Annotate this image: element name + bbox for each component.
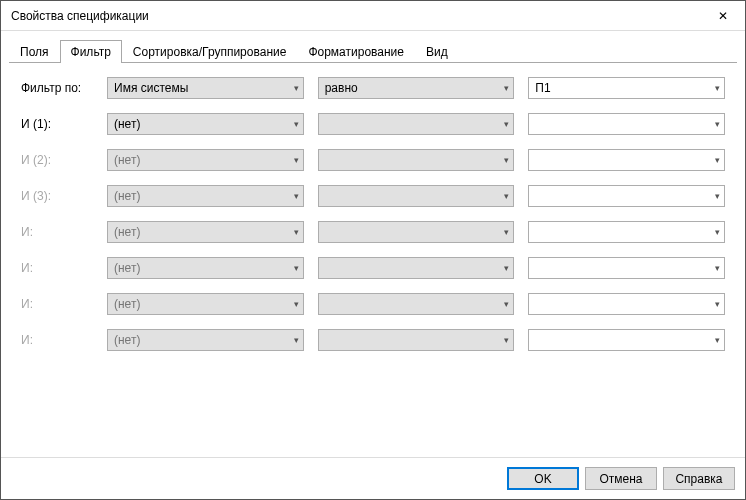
close-icon: ✕ bbox=[718, 9, 728, 23]
dialog-footer: OK Отмена Справка bbox=[1, 457, 745, 499]
chevron-down-icon: ▾ bbox=[504, 335, 509, 345]
filter-row: И:(нет)▾▾▾ bbox=[21, 221, 725, 243]
filter-main-field-value: Имя системы bbox=[114, 81, 188, 95]
filter-row-value-combo: ▾ bbox=[528, 185, 725, 207]
filter-main-label: Фильтр по: bbox=[21, 81, 93, 95]
chevron-down-icon: ▾ bbox=[504, 263, 509, 273]
filter-row-label: И: bbox=[21, 297, 93, 311]
filter-row-field-value: (нет) bbox=[114, 117, 140, 131]
cancel-button[interactable]: Отмена bbox=[585, 467, 657, 490]
chevron-down-icon: ▾ bbox=[504, 191, 509, 201]
filter-main-operator-combo[interactable]: равно ▾ bbox=[318, 77, 515, 99]
ok-button[interactable]: OK bbox=[507, 467, 579, 490]
filter-row-field-combo: (нет)▾ bbox=[107, 257, 304, 279]
filter-row-operator-combo: ▾ bbox=[318, 221, 515, 243]
filter-row-field-value: (нет) bbox=[114, 225, 140, 239]
filter-row-value-combo[interactable]: ▾ bbox=[528, 113, 725, 135]
chevron-down-icon: ▾ bbox=[504, 83, 509, 93]
filter-row-field-combo: (нет)▾ bbox=[107, 149, 304, 171]
chevron-down-icon: ▾ bbox=[715, 119, 720, 129]
chevron-down-icon: ▾ bbox=[715, 299, 720, 309]
filter-row-operator-combo: ▾ bbox=[318, 329, 515, 351]
chevron-down-icon: ▾ bbox=[294, 263, 299, 273]
filter-main-value-text: П1 bbox=[535, 81, 550, 95]
titlebar: Свойства спецификации ✕ bbox=[1, 1, 745, 31]
chevron-down-icon: ▾ bbox=[715, 191, 720, 201]
filter-row-value-combo: ▾ bbox=[528, 257, 725, 279]
filter-main-operator-value: равно bbox=[325, 81, 358, 95]
filter-row-operator-combo: ▾ bbox=[318, 113, 515, 135]
tab-bar: Поля Фильтр Сортировка/Группирование Фор… bbox=[1, 31, 745, 62]
filter-row-label: И (3): bbox=[21, 189, 93, 203]
tab-filter[interactable]: Фильтр bbox=[60, 40, 122, 63]
filter-row-field-value: (нет) bbox=[114, 189, 140, 203]
filter-row-field-combo: (нет)▾ bbox=[107, 329, 304, 351]
filter-row-value-combo: ▾ bbox=[528, 221, 725, 243]
chevron-down-icon: ▾ bbox=[715, 227, 720, 237]
filter-row-field-combo: (нет)▾ bbox=[107, 221, 304, 243]
chevron-down-icon: ▾ bbox=[294, 83, 299, 93]
filter-row-field-value: (нет) bbox=[114, 261, 140, 275]
chevron-down-icon: ▾ bbox=[294, 227, 299, 237]
filter-row-label: И: bbox=[21, 225, 93, 239]
ok-button-label: OK bbox=[534, 472, 551, 486]
filter-row: И (1):(нет)▾▾▾ bbox=[21, 113, 725, 135]
filter-row-label: И (1): bbox=[21, 117, 93, 131]
chevron-down-icon: ▾ bbox=[715, 263, 720, 273]
filter-row: И:(нет)▾▾▾ bbox=[21, 329, 725, 351]
filter-row-value-combo: ▾ bbox=[528, 293, 725, 315]
filter-row-label: И (2): bbox=[21, 153, 93, 167]
filter-row-value-combo: ▾ bbox=[528, 329, 725, 351]
filter-row-operator-combo: ▾ bbox=[318, 149, 515, 171]
chevron-down-icon: ▾ bbox=[294, 191, 299, 201]
filter-row-field-value: (нет) bbox=[114, 297, 140, 311]
filter-row: И (3):(нет)▾▾▾ bbox=[21, 185, 725, 207]
tab-format[interactable]: Форматирование bbox=[297, 40, 415, 63]
filter-row: И (2):(нет)▾▾▾ bbox=[21, 149, 725, 171]
tab-view[interactable]: Вид bbox=[415, 40, 459, 63]
chevron-down-icon: ▾ bbox=[504, 299, 509, 309]
filter-main-row: Фильтр по: Имя системы ▾ равно ▾ П1 ▾ bbox=[21, 77, 725, 99]
chevron-down-icon: ▾ bbox=[715, 335, 720, 345]
chevron-down-icon: ▾ bbox=[294, 335, 299, 345]
cancel-button-label: Отмена bbox=[599, 472, 642, 486]
chevron-down-icon: ▾ bbox=[294, 299, 299, 309]
filter-row-operator-combo: ▾ bbox=[318, 257, 515, 279]
filter-row-field-combo[interactable]: (нет)▾ bbox=[107, 113, 304, 135]
tab-content-filter: Фильтр по: Имя системы ▾ равно ▾ П1 ▾ И … bbox=[1, 63, 745, 457]
chevron-down-icon: ▾ bbox=[504, 227, 509, 237]
filter-row-label: И: bbox=[21, 333, 93, 347]
filter-row-field-value: (нет) bbox=[114, 333, 140, 347]
window-title: Свойства спецификации bbox=[11, 9, 700, 23]
filter-main-value-combo[interactable]: П1 ▾ bbox=[528, 77, 725, 99]
filter-row-field-value: (нет) bbox=[114, 153, 140, 167]
filter-row: И:(нет)▾▾▾ bbox=[21, 257, 725, 279]
chevron-down-icon: ▾ bbox=[715, 83, 720, 93]
help-button[interactable]: Справка bbox=[663, 467, 735, 490]
tab-fields[interactable]: Поля bbox=[9, 40, 60, 63]
chevron-down-icon: ▾ bbox=[504, 155, 509, 165]
help-button-label: Справка bbox=[675, 472, 722, 486]
chevron-down-icon: ▾ bbox=[715, 155, 720, 165]
filter-row-field-combo: (нет)▾ bbox=[107, 185, 304, 207]
tab-sort[interactable]: Сортировка/Группирование bbox=[122, 40, 298, 63]
filter-row-label: И: bbox=[21, 261, 93, 275]
filter-row-operator-combo: ▾ bbox=[318, 293, 515, 315]
dialog-window: Свойства спецификации ✕ Поля Фильтр Сорт… bbox=[0, 0, 746, 500]
filter-row-operator-combo: ▾ bbox=[318, 185, 515, 207]
chevron-down-icon: ▾ bbox=[294, 119, 299, 129]
filter-main-field-combo[interactable]: Имя системы ▾ bbox=[107, 77, 304, 99]
filter-row-field-combo: (нет)▾ bbox=[107, 293, 304, 315]
chevron-down-icon: ▾ bbox=[504, 119, 509, 129]
close-button[interactable]: ✕ bbox=[700, 1, 745, 31]
filter-row-value-combo: ▾ bbox=[528, 149, 725, 171]
chevron-down-icon: ▾ bbox=[294, 155, 299, 165]
filter-row: И:(нет)▾▾▾ bbox=[21, 293, 725, 315]
